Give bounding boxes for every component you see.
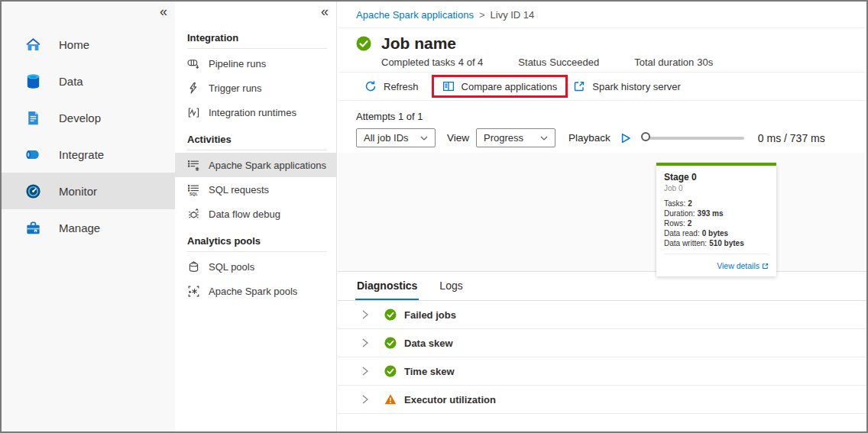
sidebar-item-label: SQL requests <box>209 184 269 195</box>
stat-total-duration: Total duration30s <box>634 57 716 68</box>
chevron-down-icon <box>420 136 428 141</box>
section-divider <box>187 48 327 49</box>
data-flow-debug-icon <box>187 208 200 221</box>
chevron-right-icon[interactable] <box>361 338 370 348</box>
spark-applications-icon <box>187 159 200 172</box>
diagnostic-row-data-skew[interactable]: Data skew <box>338 329 866 357</box>
stage-tooltip-card: Stage 0 Job 0 Tasks:2 Duration:393 ms Ro… <box>656 163 776 276</box>
monitor-sidebar: « Integration Pipeline runs Trigger runs <box>175 2 337 431</box>
spark-history-server-button[interactable]: Spark history server <box>573 80 681 92</box>
sidebar-item-data[interactable]: Data <box>2 63 175 99</box>
chevron-down-icon <box>540 136 548 141</box>
page-title: Job name <box>381 34 456 53</box>
external-link-icon <box>762 263 769 270</box>
diagnostic-row-time-skew[interactable]: Time skew <box>338 357 866 386</box>
red-callout-box: Compare applications <box>432 75 568 98</box>
playback-controls: Attempts 1 of 1 All job IDs View Progres… <box>338 101 866 153</box>
tab-logs[interactable]: Logs <box>439 280 462 300</box>
sidebar-item-label: Apache Spark pools <box>209 286 297 297</box>
compare-applications-button[interactable]: Compare applications <box>442 80 558 92</box>
section-header-analytics-pools: Analytics pools <box>175 235 336 251</box>
sidebar-item-label: Trigger runs <box>209 82 262 94</box>
sidebar-item-apache-spark-applications[interactable]: Apache Spark applications <box>175 153 336 177</box>
collapse-main-sidebar-icon[interactable]: « <box>160 5 167 18</box>
sidebar-item-monitor[interactable]: Monitor <box>2 173 175 209</box>
section-header-activities: Activities <box>175 134 336 150</box>
sidebar-item-label: SQL pools <box>209 261 254 273</box>
refresh-button[interactable]: Refresh <box>364 80 419 92</box>
sidebar-item-integrate[interactable]: Integrate <box>2 136 175 173</box>
sidebar-item-label: Home <box>59 38 89 51</box>
stat-status: StatusSucceeded <box>518 57 602 68</box>
sidebar-item-manage[interactable]: Manage <box>2 209 175 246</box>
diagnostic-row-executor-utilization[interactable]: Executor utilization <box>338 386 866 414</box>
breadcrumb-current: Livy ID 14 <box>491 9 535 21</box>
success-status-icon <box>384 309 397 321</box>
external-link-icon <box>573 80 585 92</box>
chevron-right-icon[interactable] <box>361 309 370 320</box>
toolbar: Refresh Compare applications Spark histo… <box>338 73 866 101</box>
sidebar-item-label: Apache Spark applications <box>209 160 326 171</box>
play-icon[interactable] <box>620 132 632 144</box>
diagnostic-row-failed-jobs[interactable]: Failed jobs <box>338 301 866 329</box>
sidebar-item-label: Integration runtimes <box>209 107 296 118</box>
warning-status-icon <box>384 393 397 406</box>
stage-metric: Tasks:2 <box>664 199 769 208</box>
sidebar-item-label: Develop <box>59 111 101 124</box>
refresh-icon <box>364 80 377 92</box>
stage-title: Stage 0 <box>664 172 769 183</box>
chevron-right-icon[interactable] <box>361 394 370 405</box>
collapse-monitor-sidebar-icon[interactable]: « <box>321 5 329 18</box>
sidebar-item-sql-requests[interactable]: SQL SQL requests <box>175 177 336 202</box>
sidebar-item-develop[interactable]: Develop <box>2 99 175 136</box>
main-sidebar: « Home Data Develop <box>2 2 175 431</box>
sql-requests-icon: SQL <box>187 183 200 196</box>
pipeline-runs-icon <box>187 57 200 70</box>
playback-label: Playback <box>568 132 611 144</box>
app-window: « Home Data Develop <box>0 0 868 433</box>
stage-subtitle: Job 0 <box>664 184 769 192</box>
lightning-icon <box>187 82 200 95</box>
breadcrumb: Apache Spark applications > Livy ID 14 <box>338 2 866 28</box>
success-status-icon <box>384 365 397 377</box>
section-divider <box>187 150 327 150</box>
breadcrumb-parent-link[interactable]: Apache Spark applications <box>356 9 474 21</box>
sidebar-item-data-flow-debug[interactable]: Data flow debug <box>175 202 336 226</box>
stage-metric: Duration:393 ms <box>664 208 769 218</box>
sidebar-item-home[interactable]: Home <box>2 26 175 63</box>
sql-pools-icon <box>187 260 200 273</box>
diagnostics-list: Failed jobs Data skew Time skew Executor… <box>338 301 866 414</box>
tab-diagnostics[interactable]: Diagnostics <box>355 280 419 300</box>
breadcrumb-separator: > <box>479 9 485 21</box>
view-dropdown[interactable]: Progress <box>476 128 555 147</box>
stage-metric: Data read:0 bytes <box>664 228 769 238</box>
sidebar-item-integration-runtimes[interactable]: Integration runtimes <box>175 100 336 124</box>
playback-slider-handle[interactable] <box>641 132 650 141</box>
document-icon <box>24 109 42 127</box>
success-status-icon <box>384 337 397 349</box>
sidebar-item-label: Pipeline runs <box>209 58 266 69</box>
pipeline-icon <box>24 146 42 163</box>
sidebar-item-label: Integrate <box>59 148 104 161</box>
sidebar-item-label: Data <box>59 75 83 88</box>
database-icon <box>24 73 42 90</box>
stage-metric: Rows:2 <box>664 218 769 228</box>
sidebar-item-sql-pools[interactable]: SQL pools <box>175 254 336 279</box>
home-icon <box>24 36 42 53</box>
toolbox-icon <box>24 219 42 237</box>
main-content: Apache Spark applications > Livy ID 14 J… <box>338 2 866 431</box>
job-graph-canvas: Stage 0 Job 0 Tasks:2 Duration:393 ms Ro… <box>338 153 866 272</box>
spark-pools-icon <box>187 285 200 298</box>
success-status-icon <box>356 36 371 51</box>
chevron-right-icon[interactable] <box>361 366 370 376</box>
stat-completed-tasks: Completed tasks4 of 4 <box>381 57 486 68</box>
compare-icon <box>442 80 455 92</box>
detail-tabs: Diagnostics Logs <box>338 272 866 301</box>
sidebar-item-apache-spark-pools[interactable]: Apache Spark pools <box>175 279 336 303</box>
sidebar-item-pipeline-runs[interactable]: Pipeline runs <box>175 51 336 76</box>
sidebar-item-trigger-runs[interactable]: Trigger runs <box>175 76 336 100</box>
sidebar-item-label: Monitor <box>59 185 97 198</box>
job-id-filter-dropdown[interactable]: All job IDs <box>356 128 436 147</box>
playback-slider[interactable] <box>643 137 744 140</box>
view-details-link[interactable]: View details <box>717 261 769 270</box>
